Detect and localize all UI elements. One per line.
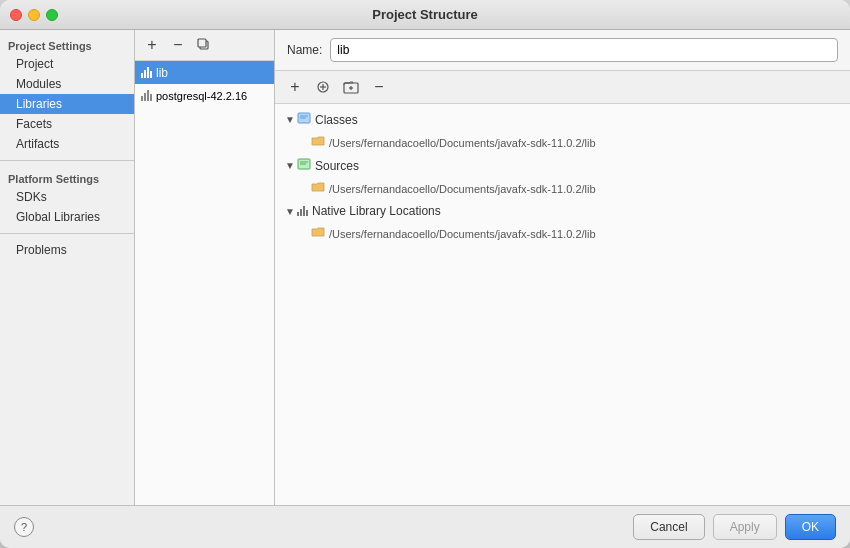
sidebar-item-project[interactable]: Project bbox=[0, 54, 134, 74]
sidebar-divider-2 bbox=[0, 233, 134, 234]
sidebar-item-problems[interactable]: Problems bbox=[0, 240, 134, 260]
classes-arrow[interactable]: ▼ bbox=[283, 113, 297, 127]
titlebar: Project Structure bbox=[0, 0, 850, 30]
tree-node-native-path: /Users/fernandacoello/Documents/javafx-s… bbox=[275, 222, 850, 245]
library-item-postgresql[interactable]: postgresql-42.2.16 bbox=[135, 84, 274, 107]
add-library-button[interactable]: + bbox=[141, 34, 163, 56]
tree-node-classes-path: /Users/fernandacoello/Documents/javafx-s… bbox=[275, 131, 850, 154]
library-item-lib[interactable]: lib bbox=[135, 61, 274, 84]
library-item-lib-label: lib bbox=[156, 66, 168, 80]
help-button[interactable]: ? bbox=[14, 517, 34, 537]
cancel-button[interactable]: Cancel bbox=[633, 514, 704, 540]
sources-path-folder-icon bbox=[311, 180, 325, 197]
right-toolbar: + − bbox=[275, 71, 850, 104]
project-settings-label: Project Settings bbox=[0, 34, 134, 54]
sources-icon bbox=[297, 157, 311, 174]
platform-settings-label: Platform Settings bbox=[0, 167, 134, 187]
main-content: Project Settings Project Modules Librari… bbox=[0, 30, 850, 505]
sidebar-item-sdks[interactable]: SDKs bbox=[0, 187, 134, 207]
sidebar: Project Settings Project Modules Librari… bbox=[0, 30, 135, 505]
sidebar-item-libraries[interactable]: Libraries bbox=[0, 94, 134, 114]
sources-arrow[interactable]: ▼ bbox=[283, 159, 297, 173]
window-title: Project Structure bbox=[372, 7, 477, 22]
copy-library-button[interactable] bbox=[193, 34, 215, 56]
native-arrow[interactable]: ▼ bbox=[283, 204, 297, 218]
bottom-bar: ? Cancel Apply OK bbox=[0, 505, 850, 548]
minimize-button[interactable] bbox=[28, 9, 40, 21]
tree-node-sources: ▼ Sources bbox=[275, 154, 850, 177]
add-path-button[interactable]: + bbox=[283, 75, 307, 99]
maximize-button[interactable] bbox=[46, 9, 58, 21]
postgresql-bars-icon bbox=[141, 88, 152, 103]
library-item-postgresql-label: postgresql-42.2.16 bbox=[156, 90, 247, 102]
close-button[interactable] bbox=[10, 9, 22, 21]
svg-rect-1 bbox=[198, 39, 206, 47]
right-panel: Name: + bbox=[275, 30, 850, 505]
sidebar-divider bbox=[0, 160, 134, 161]
sidebar-item-artifacts[interactable]: Artifacts bbox=[0, 134, 134, 154]
library-list-panel: + − bbox=[135, 30, 275, 505]
bottom-right: Cancel Apply OK bbox=[633, 514, 836, 540]
tree-node-sources-path: /Users/fernandacoello/Documents/javafx-s… bbox=[275, 177, 850, 200]
remove-path-button[interactable]: − bbox=[367, 75, 391, 99]
remove-library-button[interactable]: − bbox=[167, 34, 189, 56]
native-path-folder-icon bbox=[311, 225, 325, 242]
ok-button[interactable]: OK bbox=[785, 514, 836, 540]
traffic-lights bbox=[10, 9, 58, 21]
sources-path-label: /Users/fernandacoello/Documents/javafx-s… bbox=[329, 183, 596, 195]
library-list: lib postgresql-42.2.16 bbox=[135, 61, 274, 505]
sidebar-item-global-libraries[interactable]: Global Libraries bbox=[0, 207, 134, 227]
lib-bars-icon bbox=[141, 65, 152, 80]
classes-path-label: /Users/fernandacoello/Documents/javafx-s… bbox=[329, 137, 596, 149]
name-label: Name: bbox=[287, 43, 322, 57]
tree-node-classes: ▼ Classes bbox=[275, 108, 850, 131]
classes-icon bbox=[297, 111, 311, 128]
native-icon bbox=[297, 203, 308, 219]
classes-label: Classes bbox=[315, 113, 358, 127]
bottom-left: ? bbox=[14, 517, 34, 537]
add-specific-button[interactable] bbox=[311, 75, 335, 99]
sources-label: Sources bbox=[315, 159, 359, 173]
name-row: Name: bbox=[275, 30, 850, 71]
add-folder-button[interactable] bbox=[339, 75, 363, 99]
project-structure-window: Project Structure Project Settings Proje… bbox=[0, 0, 850, 548]
classes-path-folder-icon bbox=[311, 134, 325, 151]
apply-button[interactable]: Apply bbox=[713, 514, 777, 540]
native-path-label: /Users/fernandacoello/Documents/javafx-s… bbox=[329, 228, 596, 240]
list-toolbar: + − bbox=[135, 30, 274, 61]
sidebar-item-modules[interactable]: Modules bbox=[0, 74, 134, 94]
sidebar-item-facets[interactable]: Facets bbox=[0, 114, 134, 134]
native-label: Native Library Locations bbox=[312, 204, 441, 218]
name-input[interactable] bbox=[330, 38, 838, 62]
tree-area: ▼ Classes bbox=[275, 104, 850, 505]
tree-node-native: ▼ Native Library Locations bbox=[275, 200, 850, 222]
